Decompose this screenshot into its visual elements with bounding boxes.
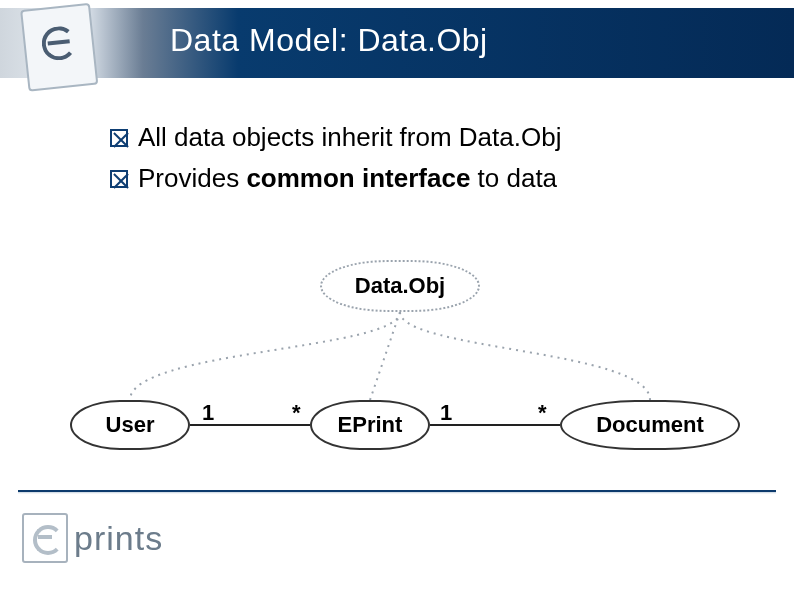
node-label: EPrint xyxy=(338,412,403,438)
slide-title: Data Model: Data.Obj xyxy=(170,22,488,59)
node-document: Document xyxy=(560,400,740,450)
ballot-x-icon xyxy=(110,170,128,188)
node-label: Data.Obj xyxy=(355,273,445,299)
bullet-item: All data objects inherit from Data.Obj xyxy=(110,122,730,153)
ballot-x-icon xyxy=(110,129,128,147)
bullet-text: Provides common interface to data xyxy=(138,163,557,194)
bullet-text-bold: common interface xyxy=(246,163,470,193)
cardinality-document-side: * xyxy=(538,400,547,426)
slide-header: Data Model: Data.Obj xyxy=(0,0,794,92)
cardinality-eprint-left: * xyxy=(292,400,301,426)
bullet-text-segment: to data xyxy=(470,163,557,193)
node-user: User xyxy=(70,400,190,450)
bullet-item: Provides common interface to data xyxy=(110,163,730,194)
footer-logo-text: prints xyxy=(74,519,163,558)
slide: { "title": "Data Model: Data.Obj", "bull… xyxy=(0,0,794,595)
bullet-text: All data objects inherit from Data.Obj xyxy=(138,122,561,153)
eprints-page-icon xyxy=(22,513,68,563)
cardinality-eprint-right: 1 xyxy=(440,400,452,426)
footer-divider xyxy=(18,490,776,494)
node-label: Document xyxy=(596,412,704,438)
bullet-text-segment: All data objects inherit from Data.Obj xyxy=(138,122,561,152)
node-eprint: EPrint xyxy=(310,400,430,450)
node-dataobj: Data.Obj xyxy=(320,260,480,312)
footer-logo: prints xyxy=(22,510,163,566)
inheritance-diagram: Data.Obj User EPrint Document 1 * 1 * xyxy=(60,250,740,470)
bullet-text-segment: Provides xyxy=(138,163,246,193)
header-logo xyxy=(10,0,115,95)
cardinality-user-side: 1 xyxy=(202,400,214,426)
bullet-list: All data objects inherit from Data.Obj P… xyxy=(110,122,730,204)
node-label: User xyxy=(106,412,155,438)
